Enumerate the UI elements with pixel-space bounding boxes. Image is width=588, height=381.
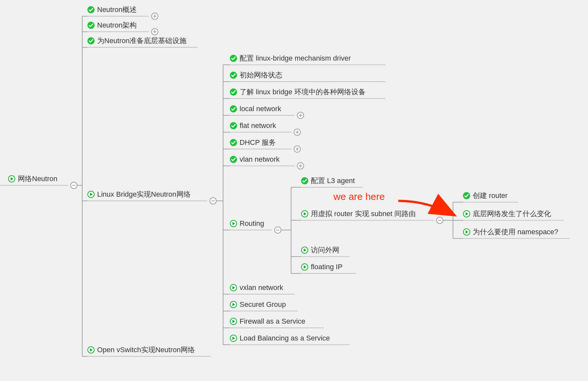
node-n4[interactable]: Linux Bridge实现Neutron网络 xyxy=(87,188,191,201)
play-icon xyxy=(301,263,308,271)
check-icon xyxy=(463,192,470,199)
play-icon xyxy=(230,220,237,227)
node-label: Routing xyxy=(240,217,264,230)
node-m8[interactable]: Routing xyxy=(230,217,264,230)
node-label: Securet Group xyxy=(240,298,286,311)
node-label: 用虚拟 router 实现 subnet 间路由 xyxy=(311,207,416,220)
node-m3[interactable]: 了解 linux bridge 环境中的各种网络设备 xyxy=(230,86,366,98)
expand-toggle-n2[interactable] xyxy=(151,28,158,35)
check-icon xyxy=(230,139,237,146)
node-label: 初始网络状态 xyxy=(240,69,282,82)
check-icon xyxy=(87,6,95,13)
expand-toggle-m4[interactable] xyxy=(297,112,304,119)
node-m10[interactable]: Securet Group xyxy=(230,298,286,311)
node-label: vxlan network xyxy=(240,281,283,294)
check-icon xyxy=(87,37,95,44)
node-label: flat network xyxy=(240,119,276,132)
node-label: 为什么要使用 namespace? xyxy=(473,225,558,238)
node-label: Firewall as a Service xyxy=(240,315,305,328)
check-icon xyxy=(87,22,95,29)
node-r4[interactable]: floating IP xyxy=(301,260,343,273)
node-label: Neutron架构 xyxy=(97,19,137,32)
node-r2[interactable]: 用虚拟 router 实现 subnet 间路由 xyxy=(301,207,416,220)
node-label: 配置 L3 agent xyxy=(311,174,355,187)
collapse-toggle-root[interactable] xyxy=(70,182,77,189)
play-icon xyxy=(8,175,15,182)
play-icon xyxy=(87,346,95,353)
node-label: Load Balancing as a Service xyxy=(240,332,330,345)
node-label: 创建 router xyxy=(473,189,508,202)
collapse-toggle-r2[interactable] xyxy=(436,217,443,224)
check-icon xyxy=(230,88,237,96)
node-m4[interactable]: local network xyxy=(230,102,281,115)
play-icon xyxy=(230,301,237,308)
node-m2[interactable]: 初始网络状态 xyxy=(230,69,282,82)
node-label: vlan network xyxy=(240,153,280,166)
play-icon xyxy=(87,191,95,198)
play-icon xyxy=(230,318,237,325)
node-label: Linux Bridge实现Neutron网络 xyxy=(97,188,191,201)
check-icon xyxy=(230,122,237,129)
node-n3[interactable]: 为Neutron准备底层基础设施 xyxy=(87,34,187,47)
play-icon xyxy=(230,284,237,291)
play-icon xyxy=(463,228,470,236)
node-s2[interactable]: 底层网络发生了什么变化 xyxy=(463,207,551,220)
node-label: Neutron概述 xyxy=(97,3,137,16)
node-r1[interactable]: 配置 L3 agent xyxy=(301,174,355,187)
node-label: 配置 linux-bridge mechanism driver xyxy=(240,52,351,65)
check-icon xyxy=(230,72,237,79)
node-label: 底层网络发生了什么变化 xyxy=(473,207,551,220)
node-root[interactable]: 网络Neutron xyxy=(8,172,57,185)
node-m9[interactable]: vxlan network xyxy=(230,281,283,294)
node-label: Open vSwitch实现Neutron网络 xyxy=(97,343,195,356)
we-are-here-annotation: we are here xyxy=(334,191,385,202)
node-m12[interactable]: Load Balancing as a Service xyxy=(230,332,330,345)
annotation-text: we are here xyxy=(334,191,385,202)
expand-toggle-m7[interactable] xyxy=(297,162,304,169)
check-icon xyxy=(230,105,237,112)
node-label: 访问外网 xyxy=(311,244,339,257)
play-icon xyxy=(463,210,470,217)
node-label: DHCP 服务 xyxy=(240,136,276,149)
node-n2[interactable]: Neutron架构 xyxy=(87,19,137,32)
node-s1[interactable]: 创建 router xyxy=(463,189,508,202)
node-m11[interactable]: Firewall as a Service xyxy=(230,315,305,328)
expand-toggle-m5[interactable] xyxy=(294,129,301,136)
expand-toggle-n1[interactable] xyxy=(151,13,158,20)
node-m5[interactable]: flat network xyxy=(230,119,276,132)
node-n1[interactable]: Neutron概述 xyxy=(87,3,137,16)
node-r3[interactable]: 访问外网 xyxy=(301,244,339,257)
node-s3[interactable]: 为什么要使用 namespace? xyxy=(463,225,558,238)
node-label: 了解 linux bridge 环境中的各种网络设备 xyxy=(240,86,366,98)
node-label: 网络Neutron xyxy=(18,172,57,185)
node-m1[interactable]: 配置 linux-bridge mechanism driver xyxy=(230,52,351,65)
node-m7[interactable]: vlan network xyxy=(230,153,280,166)
collapse-toggle-n4[interactable] xyxy=(209,197,217,204)
node-label: local network xyxy=(240,102,281,115)
check-icon xyxy=(301,177,308,184)
check-icon xyxy=(230,55,237,62)
node-label: 为Neutron准备底层基础设施 xyxy=(97,34,187,47)
node-n5[interactable]: Open vSwitch实现Neutron网络 xyxy=(87,343,195,356)
node-m6[interactable]: DHCP 服务 xyxy=(230,136,276,149)
play-icon xyxy=(230,335,237,342)
play-icon xyxy=(301,247,308,254)
play-icon xyxy=(301,210,308,217)
collapse-toggle-m8[interactable] xyxy=(274,226,281,234)
check-icon xyxy=(230,156,237,163)
node-label: floating IP xyxy=(311,260,343,273)
expand-toggle-m6[interactable] xyxy=(294,145,301,153)
